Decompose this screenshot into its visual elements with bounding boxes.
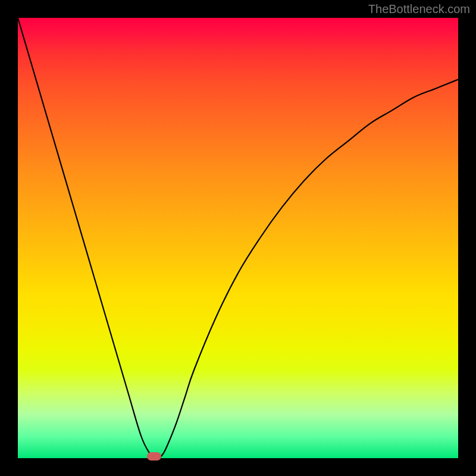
minimum-marker xyxy=(147,452,161,461)
attribution-text: TheBottleneck.com xyxy=(368,2,470,16)
chart-container: TheBottleneck.com xyxy=(0,0,476,476)
bottleneck-curve xyxy=(18,18,458,458)
plot-area xyxy=(18,18,458,458)
curve-svg xyxy=(18,18,458,458)
